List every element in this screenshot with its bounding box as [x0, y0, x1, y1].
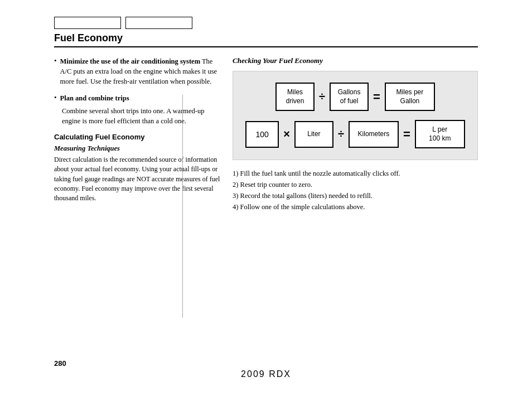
diagram-box: Milesdriven ÷ Gallonsof fuel = Miles per…: [233, 71, 478, 160]
bullet-plan-trips: • Plan and combine trips Combine several…: [54, 93, 221, 125]
step-item-1: 1) Fill the fuel tank until the nozzle a…: [233, 168, 478, 179]
formula-box-l-per-100km: L per100 km: [415, 120, 465, 148]
multiply-operator: ×: [283, 128, 290, 141]
calculating-title: Calculating Fuel Economy: [54, 133, 221, 141]
right-column: Checking Your Fuel Economy Milesdriven ÷…: [233, 56, 478, 213]
hundred-label: 100: [256, 129, 269, 139]
gallons-label: Gallonsof fuel: [338, 88, 361, 105]
formula-box-mpg: Miles perGallon: [385, 83, 435, 111]
bullet-dot-1: •: [54, 56, 57, 86]
car-model: 2009 RDX: [241, 369, 291, 379]
divide-operator-1: ÷: [319, 90, 325, 103]
page-content: Fuel Economy • Minimize the use of the a…: [54, 0, 478, 213]
divide-operator-2: ÷: [338, 128, 344, 141]
formula-box-liter: Liter: [294, 121, 333, 148]
header-tabs: [54, 17, 478, 29]
bullet-bold-2: Plan and combine trips: [60, 94, 129, 102]
equals-operator-1: =: [373, 90, 380, 104]
main-columns: • Minimize the use of the air conditioni…: [54, 56, 478, 213]
equals-operator-2: =: [403, 127, 410, 142]
bullet-text-2: Plan and combine trips: [60, 93, 129, 103]
formula-row-1: Milesdriven ÷ Gallonsof fuel = Miles per…: [242, 83, 468, 111]
bullet-item-2: • Plan and combine trips: [54, 93, 221, 103]
page-number: 280: [54, 359, 66, 368]
mpg-label: Miles perGallon: [396, 88, 424, 105]
l-per-100km-label: L per100 km: [429, 125, 451, 143]
bullet-text-1: Minimize the use of the air conditioning…: [60, 56, 221, 86]
left-column: • Minimize the use of the air conditioni…: [54, 56, 221, 213]
tab-box-2[interactable]: [125, 17, 192, 29]
column-divider: [182, 95, 183, 318]
liter-label: Liter: [307, 130, 320, 139]
bullet-dot-2: •: [54, 93, 57, 103]
formula-box-100: 100: [245, 121, 279, 148]
kilometers-label: Kilometers: [358, 130, 390, 139]
page-number-text: 280: [54, 359, 66, 368]
bullet-minimize-ac: • Minimize the use of the air conditioni…: [54, 56, 221, 86]
steps-list: 1) Fill the fuel tank until the nozzle a…: [233, 168, 478, 213]
formula-row-2: 100 × Liter ÷ Kilometers = L per100 km: [242, 120, 468, 148]
formula-box-gallons: Gallonsof fuel: [330, 83, 369, 111]
bullet-subtext-2: Combine several short trips into one. A …: [62, 106, 221, 126]
page-container: Fuel Economy • Minimize the use of the a…: [0, 0, 532, 396]
measuring-text: Direct calculation is the recommended so…: [54, 155, 221, 204]
miles-driven-label: Milesdriven: [286, 88, 304, 105]
bullet-item-1: • Minimize the use of the air conditioni…: [54, 56, 221, 86]
checking-title: Checking Your Fuel Economy: [233, 56, 478, 65]
section-title: Fuel Economy: [54, 32, 478, 47]
step-item-4: 4) Follow one of the simple calculations…: [233, 201, 478, 213]
step-item-2: 2) Reset trip counter to zero.: [233, 179, 478, 190]
formula-box-miles-driven: Milesdriven: [275, 83, 315, 111]
tab-box-1[interactable]: [54, 17, 121, 29]
bullet-bold-1: Minimize the use of the air conditioning…: [60, 57, 201, 65]
formula-box-kilometers: Kilometers: [349, 121, 399, 148]
measuring-title: Measuring Techniques: [54, 144, 221, 153]
step-item-3: 3) Record the total gallons (liters) nee…: [233, 190, 478, 201]
